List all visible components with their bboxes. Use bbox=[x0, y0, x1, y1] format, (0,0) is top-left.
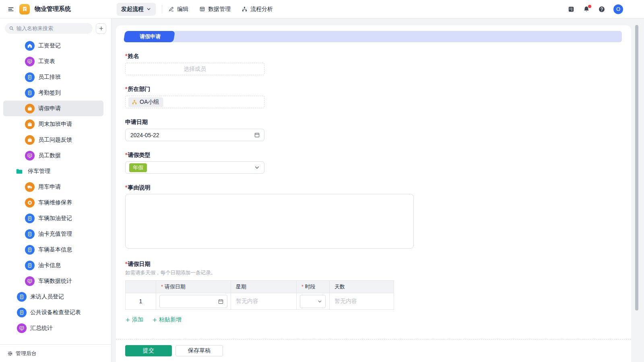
chevron-down-icon bbox=[254, 165, 260, 171]
chart-icon bbox=[25, 151, 35, 160]
search-icon bbox=[9, 26, 14, 31]
sidebar-item[interactable]: 车辆加油登记 bbox=[3, 210, 103, 226]
toolbar-divider bbox=[162, 5, 162, 13]
date-cell bbox=[156, 293, 231, 310]
search-box[interactable] bbox=[5, 23, 93, 34]
doc-icon bbox=[25, 214, 35, 223]
leave-type-field-label: 请假类型 bbox=[125, 152, 622, 159]
sidebar-item[interactable]: 员工数据 bbox=[3, 148, 103, 163]
sidebar-item-label: 工资登记 bbox=[38, 42, 61, 49]
sidebar-item-label: 车辆加油登记 bbox=[38, 215, 72, 222]
toolbar-flow-analysis[interactable]: 流程分析 bbox=[242, 6, 273, 13]
col-header-days: 天数 bbox=[330, 281, 394, 293]
row-number-cell: 1 bbox=[126, 293, 156, 310]
start-flow-button[interactable]: 发起流程 bbox=[117, 3, 156, 16]
name-field-label: 姓名 bbox=[125, 53, 622, 60]
form-tab-label: 请假申请 bbox=[140, 33, 161, 40]
toolbar-analysis-label: 流程分析 bbox=[250, 6, 273, 13]
add-row-link[interactable]: 添加 bbox=[125, 316, 143, 323]
sidebar: 工资登记工资表员工排班考勤签到请假申请周末加班申请员工问题反馈员工数据停车管理用… bbox=[0, 19, 111, 362]
toolbar-data-label: 数据管理 bbox=[208, 6, 231, 13]
help-icon[interactable] bbox=[598, 6, 605, 13]
form-tab[interactable]: 请假申请 bbox=[125, 31, 175, 42]
gear-icon bbox=[7, 351, 13, 356]
reason-textarea[interactable] bbox=[125, 194, 414, 249]
sidebar-item-label: 油卡信息 bbox=[38, 262, 61, 269]
sidebar-item[interactable]: 油卡信息 bbox=[3, 257, 103, 273]
toolbar: 发起流程 编辑 数据管理 流程分析 bbox=[111, 3, 568, 16]
vertical-scrollbar[interactable] bbox=[635, 25, 638, 311]
toolbar-edit[interactable]: 编辑 bbox=[168, 6, 188, 13]
leave-type-select[interactable]: 年假 bbox=[125, 161, 264, 174]
sidebar-item-label: 员工排班 bbox=[38, 74, 61, 81]
sidebar-item-label: 员工数据 bbox=[38, 152, 61, 159]
sidebar-group[interactable]: 停车管理 bbox=[3, 163, 103, 179]
sidebar-item[interactable]: 员工排班 bbox=[3, 69, 103, 85]
week-placeholder: 暂无内容 bbox=[234, 298, 258, 304]
sitemap-icon bbox=[132, 99, 137, 105]
paste-add-link[interactable]: 粘贴新增 bbox=[152, 316, 182, 323]
sidebar-item[interactable]: 油卡充值管理 bbox=[3, 226, 103, 242]
sidebar-collapse-icon[interactable] bbox=[7, 6, 14, 13]
panel-icon[interactable] bbox=[568, 6, 575, 13]
toolbar-data-management[interactable]: 数据管理 bbox=[199, 6, 231, 13]
sidebar-item[interactable]: 考勤签到 bbox=[3, 85, 103, 101]
calendar-icon bbox=[218, 298, 224, 304]
department-chip[interactable]: OA小组 bbox=[128, 97, 163, 107]
doc-icon bbox=[25, 88, 35, 98]
home-icon bbox=[25, 41, 35, 51]
sidebar-item[interactable]: 车辆数据统计 bbox=[3, 273, 103, 289]
apply-date-value: 2024-05-22 bbox=[130, 132, 254, 138]
col-header-date: 请假日期 bbox=[156, 281, 231, 293]
search-input[interactable] bbox=[17, 25, 89, 31]
sidebar-item[interactable]: 员工问题反馈 bbox=[3, 132, 103, 148]
bell-icon[interactable] bbox=[583, 6, 590, 13]
sidebar-item[interactable]: 来访人员登记 bbox=[3, 289, 103, 304]
case-icon bbox=[25, 104, 35, 113]
add-form-button[interactable] bbox=[96, 23, 106, 34]
department-chip-label: OA小组 bbox=[140, 99, 159, 106]
doc-icon bbox=[17, 292, 27, 302]
leave-type-chip: 年假 bbox=[129, 163, 147, 172]
sidebar-item[interactable]: 车辆维修保养 bbox=[3, 195, 103, 210]
sidebar-item[interactable]: 公共设备检查登记表 bbox=[3, 304, 103, 320]
sidebar-item[interactable]: 车辆基本信息 bbox=[3, 242, 103, 257]
sidebar-item[interactable]: 汇总统计 bbox=[3, 320, 103, 336]
sidebar-item-label: 来访人员登记 bbox=[30, 293, 64, 300]
folder-icon bbox=[14, 167, 24, 176]
plus-icon bbox=[99, 26, 104, 31]
header-right: O bbox=[568, 4, 644, 14]
sidebar-search-row bbox=[0, 19, 111, 37]
save-draft-button[interactable]: 保存草稿 bbox=[175, 345, 223, 356]
sidebar-item[interactable]: 周末加班申请 bbox=[3, 116, 103, 132]
table-row: 1 暂无内容 暂无内容 bbox=[126, 293, 394, 310]
paste-add-label: 粘贴新增 bbox=[159, 316, 182, 323]
submit-button[interactable]: 提交 bbox=[125, 345, 172, 356]
avatar[interactable]: O bbox=[613, 4, 623, 14]
chevron-down-icon bbox=[146, 6, 151, 12]
doc-icon bbox=[17, 308, 27, 317]
department-picker-field[interactable]: OA小组 bbox=[125, 96, 264, 108]
sidebar-item[interactable]: 工资登记 bbox=[3, 38, 103, 53]
sidebar-item-label: 公共设备检查登记表 bbox=[30, 309, 81, 316]
sidebar-item[interactable]: 用车申请 bbox=[3, 179, 103, 195]
sidebar-item[interactable]: 工资表 bbox=[3, 53, 103, 69]
table-icon bbox=[199, 6, 205, 12]
top-header: 物业管理系统 发起流程 编辑 数据管理 流程分析 bbox=[0, 0, 644, 19]
add-row-label: 添加 bbox=[132, 316, 143, 323]
form-banner: 请假申请 bbox=[125, 31, 622, 42]
app-title: 物业管理系统 bbox=[35, 5, 71, 13]
main-area: 请假申请 姓名 选择成员 所在部门 OA小组 申请日期 bbox=[111, 19, 644, 362]
apply-date-input[interactable]: 2024-05-22 bbox=[125, 129, 264, 141]
sidebar-item[interactable]: 请假申请 bbox=[3, 101, 103, 116]
doc-icon bbox=[25, 261, 35, 270]
row-date-input[interactable] bbox=[159, 295, 227, 308]
member-picker-field[interactable]: 选择成员 bbox=[125, 63, 264, 75]
row-period-select[interactable] bbox=[300, 295, 326, 308]
admin-backend-button[interactable]: 管理后台 bbox=[0, 344, 111, 362]
period-cell bbox=[297, 293, 330, 310]
sidebar-item-label: 车辆基本信息 bbox=[38, 246, 72, 253]
flow-icon bbox=[242, 6, 248, 12]
doc-icon bbox=[25, 245, 35, 255]
days-placeholder: 暂无内容 bbox=[333, 298, 357, 304]
